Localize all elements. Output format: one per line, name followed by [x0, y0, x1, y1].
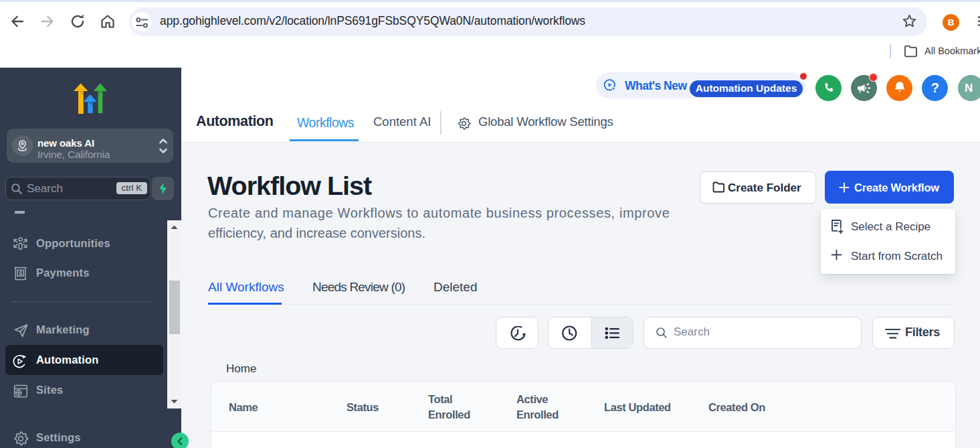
svg-text:$: $ [19, 270, 22, 277]
